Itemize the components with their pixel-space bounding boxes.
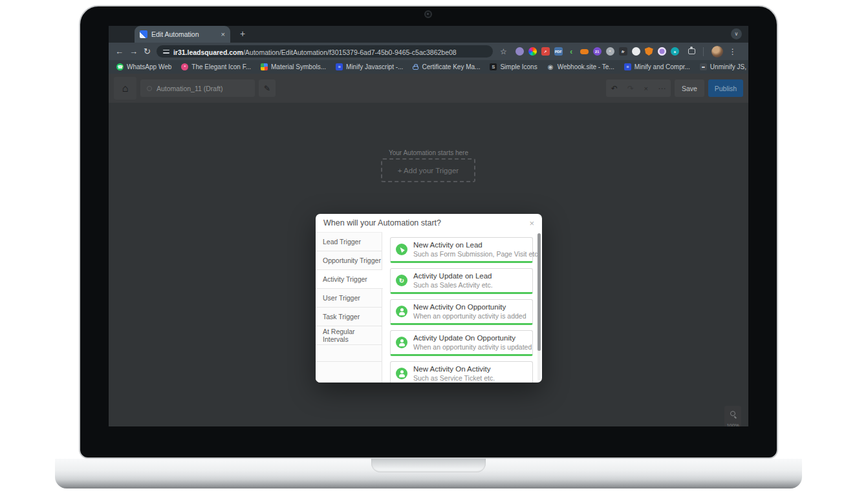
trigger-category-tab[interactable]: Opportunity Trigger xyxy=(316,251,382,270)
automation-name-field[interactable]: Automation_11 (Draft) xyxy=(140,79,255,97)
trigger-title: Activity Update On Opportunity xyxy=(413,334,527,342)
extensions-puzzle-icon[interactable] xyxy=(688,48,695,54)
bookmark-favicon: S xyxy=(490,63,497,70)
trigger-option-card[interactable]: Activity Update on Lead Such as Sales Ac… xyxy=(390,268,533,294)
extension-icons: ↗ PDF ‹ 21 * fr a xyxy=(515,47,679,56)
bookmark-item[interactable]: ☎ WhatsApp Web xyxy=(116,63,171,70)
extension-icon[interactable] xyxy=(645,47,653,56)
browser-menu-icon[interactable]: ⋮ xyxy=(729,47,737,56)
extension-icon[interactable] xyxy=(528,47,537,56)
trigger-title: New Activity On Opportunity xyxy=(413,303,526,311)
trigger-icon xyxy=(396,337,407,348)
extension-icon[interactable]: PDF xyxy=(554,47,563,56)
trigger-category-tab[interactable]: Activity Trigger xyxy=(316,270,383,289)
trigger-category-tab[interactable]: At Regular Intervals xyxy=(316,326,382,345)
history-actions: ↶ ↷ × ⋯ xyxy=(606,79,671,97)
trigger-option-card[interactable]: New Activity on Lead Such as Form Submis… xyxy=(390,237,533,263)
extension-icon[interactable] xyxy=(580,49,589,54)
extension-icon[interactable]: ‹ xyxy=(567,47,576,56)
bookmark-label: Certificate Key Ma... xyxy=(422,63,480,70)
bookmark-item[interactable]: Material Symbols... xyxy=(261,63,326,70)
trigger-category-tab[interactable]: Task Trigger xyxy=(316,308,382,326)
redo-icon[interactable]: ↷ xyxy=(627,84,634,93)
bookmark-item[interactable]: ≡ Minify and Compr... xyxy=(624,63,690,70)
trigger-icon xyxy=(396,244,407,255)
trigger-icon xyxy=(396,275,407,286)
discard-icon[interactable]: × xyxy=(644,85,648,92)
extension-icon[interactable]: 21 xyxy=(593,47,602,56)
browser-window: Edit Automation × + ∨ ← → ↻ ir31.leadsqu… xyxy=(109,26,748,426)
bookmark-star-icon[interactable]: ☆ xyxy=(500,47,507,56)
undo-icon[interactable]: ↶ xyxy=(611,84,618,93)
tab-search-chevron-icon[interactable]: ∨ xyxy=(731,28,742,39)
bookmark-label: Simple Icons xyxy=(500,63,537,70)
edit-name-button[interactable]: ✎ xyxy=(259,79,276,97)
bookmark-item[interactable]: Certificate Key Ma... xyxy=(413,63,480,70)
profile-avatar[interactable] xyxy=(711,46,723,58)
automation-name: Automation_11 (Draft) xyxy=(157,85,223,92)
trigger-category-label: Opportunity Trigger xyxy=(323,257,381,264)
extension-icon[interactable] xyxy=(658,47,666,56)
trigger-category-label: User Trigger xyxy=(323,294,360,302)
save-button[interactable]: Save xyxy=(675,79,704,97)
pencil-icon: ✎ xyxy=(264,84,270,93)
bookmarks-bar: ☎ WhatsApp Web * The Elegant Icon F... M… xyxy=(109,60,748,74)
browser-tab-edit-automation[interactable]: Edit Automation × xyxy=(135,26,230,43)
zoom-search-icon[interactable] xyxy=(730,411,735,416)
site-settings-icon[interactable] xyxy=(163,48,169,54)
trigger-option-card[interactable]: New Activity On Activity Such as Service… xyxy=(390,361,533,383)
bookmark-item[interactable]: * The Elegant Icon F... xyxy=(181,63,251,70)
more-options-icon[interactable]: ⋯ xyxy=(658,84,666,93)
extension-icon[interactable] xyxy=(632,47,640,56)
new-tab-button[interactable]: + xyxy=(237,28,248,40)
extension-icon[interactable] xyxy=(515,47,524,56)
extension-icon[interactable]: ↗ xyxy=(541,47,550,56)
trigger-category-tab[interactable]: User Trigger xyxy=(316,289,382,308)
extension-icon[interactable]: fr xyxy=(619,47,627,56)
add-trigger-button[interactable]: + Add your Trigger xyxy=(381,158,475,182)
automation-canvas: ⌂ Automation_11 (Draft) ✎ ↶ ↷ × ⋯ Save P… xyxy=(109,74,748,426)
back-icon[interactable]: ← xyxy=(115,47,124,56)
trigger-options-list: New Activity on Lead Such as Form Submis… xyxy=(382,232,542,383)
trigger-texts: New Activity On Opportunity When an oppo… xyxy=(413,303,526,320)
modal-scrollbar-track[interactable] xyxy=(537,233,541,381)
bookmark-item[interactable]: ◉ Webhook.site - Te... xyxy=(547,63,614,70)
trigger-texts: Activity Update on Lead Such as Sales Ac… xyxy=(413,272,493,289)
tab-close-icon[interactable]: × xyxy=(221,31,225,38)
modal-close-icon[interactable]: × xyxy=(529,218,534,228)
home-button[interactable]: ⌂ xyxy=(114,77,136,100)
laptop-camera xyxy=(424,10,432,18)
bookmark-favicon: ≡ xyxy=(336,63,343,70)
bookmark-item[interactable]: •• Unminify JS, CSS... xyxy=(700,63,748,70)
bookmark-label: Minify and Compr... xyxy=(635,63,690,70)
trigger-option-card[interactable]: New Activity On Opportunity When an oppo… xyxy=(390,299,533,325)
trigger-title: New Activity On Activity xyxy=(413,365,495,373)
tab-title: Edit Automation xyxy=(151,30,217,38)
toolbar-divider xyxy=(703,47,704,56)
canvas-zoom-panel: 100% + − xyxy=(724,406,741,426)
forward-icon[interactable]: → xyxy=(129,47,138,56)
trigger-category-tab[interactable]: Lead Trigger xyxy=(316,233,382,251)
trigger-category-tabs: Lead Trigger Opportunity Trigger Activit… xyxy=(316,232,382,383)
browser-tabstrip: Edit Automation × + ∨ xyxy=(109,26,748,43)
status-dot-icon xyxy=(147,86,152,91)
trigger-subtitle: Such as Sales Activity etc. xyxy=(413,281,493,289)
bookmark-item[interactable]: S Simple Icons xyxy=(490,63,537,70)
trigger-texts: New Activity on Lead Such as Form Submis… xyxy=(413,241,527,258)
reload-icon[interactable]: ↻ xyxy=(144,47,151,56)
bookmark-item[interactable]: ≡ Minify Javascript -... xyxy=(336,63,403,70)
bookmark-label: Unminify JS, CSS... xyxy=(710,63,748,70)
bookmark-favicon xyxy=(261,63,268,70)
extension-icon[interactable]: * xyxy=(606,47,614,56)
trigger-category-label: Task Trigger xyxy=(323,313,360,320)
extension-icon[interactable]: a xyxy=(671,47,679,56)
modal-scrollbar-thumb[interactable] xyxy=(537,233,541,351)
automation-header: ⌂ Automation_11 (Draft) ✎ ↶ ↷ × ⋯ Save P… xyxy=(109,74,748,103)
address-bar[interactable]: ir31.leadsquared.com/Automation/EditAuto… xyxy=(157,45,493,58)
publish-button[interactable]: Publish xyxy=(708,79,743,97)
home-icon: ⌂ xyxy=(122,83,129,94)
bookmark-favicon xyxy=(413,66,418,70)
bookmark-label: Minify Javascript -... xyxy=(346,63,403,70)
trigger-option-card[interactable]: Activity Update On Opportunity When an o… xyxy=(390,330,533,356)
tab-filler-row xyxy=(316,345,382,362)
